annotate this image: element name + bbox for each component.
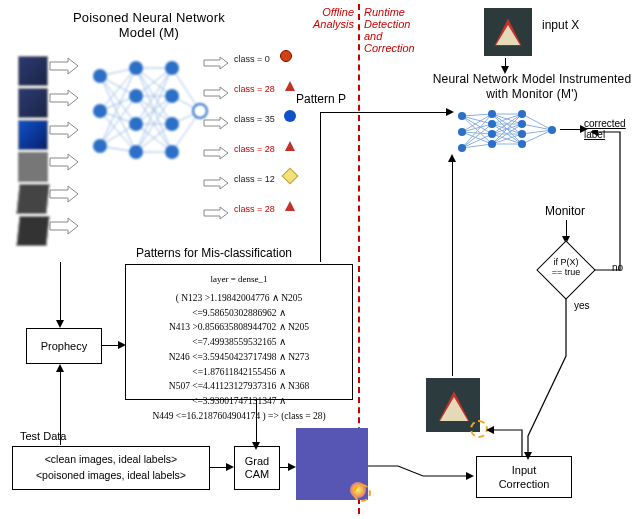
class-out-4: class = 12 [234,174,275,184]
prophecy-box: Prophecy [26,328,102,364]
svg-marker-66 [590,130,598,136]
class-out-2: class = 35 [234,114,275,124]
decision-l1: if P(X) [553,257,578,267]
patterns-title: Patterns for Mis-classification [136,246,292,260]
patterns-l1: ( N123 >1.19842004776 ∧ N205 <=9.5865030… [138,291,340,320]
test-data-l1: <clean images, ideal labels> [45,452,178,468]
patterns-l5: N449 <=16.2187604904174 ) => (class = 28… [138,409,340,424]
arrow-heatmap-inputcorr [368,450,478,490]
input-correction-box: Input Correction [476,456,572,498]
arrow-no-branch [590,130,630,274]
offline-analysis-label: Offline Analysis [310,6,354,30]
gradcam-l1: Grad [245,455,269,468]
svg-marker-67 [524,452,532,460]
decision-l2: == true [552,267,581,277]
offline-l1: Offline [322,6,354,18]
test-data-box: <clean images, ideal labels> <poisoned i… [12,446,210,490]
runtime-l3: and [364,30,382,42]
title-instrumented-model: Neural Network Model Instrumented with M… [432,72,632,102]
offline-l2: Analysis [313,18,354,30]
class-out-5: class = 28 [234,204,275,214]
monitor-label: Monitor [545,204,585,218]
nn-right [452,108,582,158]
corrected-l1: corrected [584,118,626,129]
class-out-3: class = 28 [234,144,275,154]
patterns-layer: layer = dense_1 [138,273,340,287]
svg-marker-65 [486,426,494,434]
inputcorr-l2: Correction [499,477,550,491]
runtime-detection-label: Runtime Detection and Correction [364,6,420,54]
svg-marker-64 [466,472,474,480]
patterns-l3: N246 <=3.59450423717498 ∧ N273 <=1.87611… [138,350,340,379]
inputcorr-l1: Input [512,463,536,477]
title-poisoned-model: Poisoned Neural Network Model (M) [64,10,234,40]
test-data-l2: <poisoned images, ideal labels> [36,468,186,484]
input-x-thumbnail [484,8,532,56]
class-out-0: class = 0 [234,54,270,64]
runtime-l2: Detection [364,18,410,30]
arrow-yes-branch [520,296,580,460]
patterns-l4: N507 <=4.41123127937316 ∧ N368 <=3.93001… [138,379,340,408]
nn-left [88,56,208,188]
input-x-label: input X [542,18,579,32]
patterns-box: layer = dense_1 ( N123 >1.19842004776 ∧ … [125,264,353,400]
decision-diamond: if P(X) == true [536,240,596,300]
gradcam-box: Grad CAM [234,446,280,490]
runtime-l1: Runtime [364,6,405,18]
prophecy-label: Prophecy [41,340,87,352]
thumb-arrows [48,52,88,252]
class-out-1: class = 28 [234,84,275,94]
patterns-l2: N413 >0.856635808944702 ∧ N205 <=7.49938… [138,320,340,349]
gradcam-l2: CAM [245,468,269,481]
runtime-l4: Correction [364,42,415,54]
pattern-p-label: Pattern P [296,92,346,106]
